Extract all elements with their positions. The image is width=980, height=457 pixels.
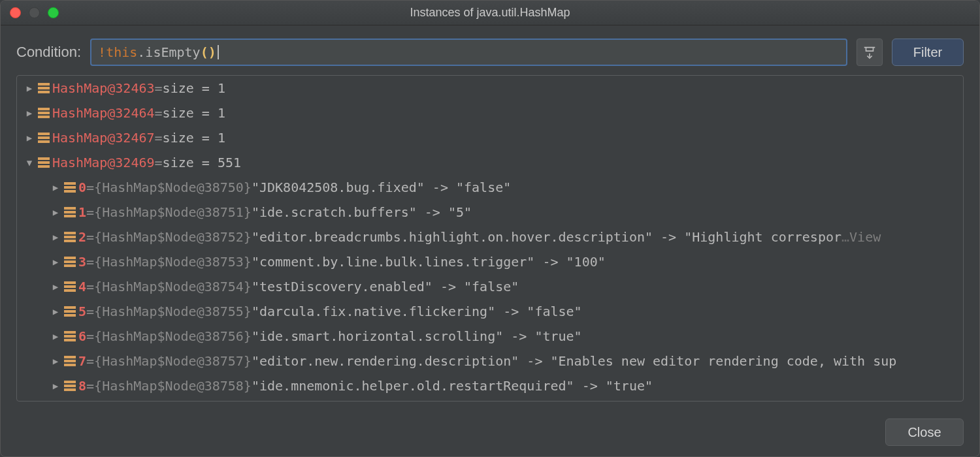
disclosure-arrow-icon[interactable]: ▶ (48, 306, 63, 317)
disclosure-arrow-icon[interactable]: ▶ (22, 83, 37, 93)
entry-value: "JDK8042508.bug.fixed" -> "false" (252, 180, 511, 195)
tree-child-row[interactable]: ▶0 = {HashMap$Node@38750} "JDK8042508.bu… (17, 175, 963, 200)
entry-value: "darcula.fix.native.flickering" -> "fals… (252, 304, 582, 319)
titlebar[interactable]: Instances of java.util.HashMap (1, 1, 979, 25)
entry-index: 6 (78, 328, 86, 344)
view-link[interactable]: View (849, 229, 881, 245)
disclosure-arrow-icon[interactable]: ▶ (48, 182, 63, 193)
instances-tree[interactable]: ▶HashMap@32463 = size = 1▶HashMap@32464 … (16, 75, 964, 402)
entry-type: {HashMap$Node@38754} (94, 279, 252, 294)
condition-label: Condition: (16, 44, 81, 61)
entry-type: {HashMap$Node@38757} (94, 353, 252, 369)
entry-value: "ide.scratch.buffers" -> "5" (252, 204, 472, 220)
footer: Close (1, 408, 979, 456)
close-button-label: Close (907, 425, 941, 440)
tree-child-row[interactable]: ▶2 = {HashMap$Node@38752} "editor.breadc… (17, 225, 963, 249)
object-icon (38, 133, 50, 143)
filter-button-label: Filter (913, 45, 942, 60)
tree-root-row[interactable]: ▶HashMap@32464 = size = 1 (17, 101, 963, 125)
tree-child-row[interactable]: ▶5 = {HashMap$Node@38755} "darcula.fix.n… (17, 299, 963, 324)
object-icon (64, 207, 76, 217)
object-icon (64, 281, 76, 292)
entry-type: {HashMap$Node@38756} (94, 328, 252, 344)
disclosure-arrow-icon[interactable]: ▶ (48, 381, 63, 391)
entry-type: {HashMap$Node@38752} (94, 229, 252, 245)
disclosure-arrow-icon[interactable]: ▶ (48, 331, 63, 341)
entry-value: "ide.smart.horizontal.scrolling" -> "tru… (252, 328, 582, 344)
entry-value: "testDiscovery.enabled" -> "false" (252, 279, 519, 294)
cond-token-op: ! (98, 44, 106, 60)
entry-value: "editor.breadcrumbs.highlight.on.hover.d… (252, 229, 841, 245)
object-icon (64, 331, 76, 341)
disclosure-arrow-icon[interactable]: ▶ (48, 356, 63, 366)
object-icon (38, 157, 50, 168)
tree-root-row[interactable]: ▶HashMap@32463 = size = 1 (17, 76, 963, 101)
tree-root-row[interactable]: ▶HashMap@32467 = size = 1 (17, 125, 963, 150)
cond-token-this: this (106, 44, 137, 60)
object-icon (38, 108, 50, 118)
tree-child-row[interactable]: ▶6 = {HashMap$Node@38756} "ide.smart.hor… (17, 324, 963, 349)
entry-type: {HashMap$Node@38755} (94, 304, 252, 319)
entry-index: 3 (78, 254, 86, 270)
disclosure-arrow-icon[interactable]: ▶ (48, 207, 63, 217)
equals: = (86, 180, 94, 195)
disclosure-arrow-icon[interactable]: ▶ (48, 232, 63, 242)
entry-index: 4 (78, 279, 86, 294)
entry-index: 7 (78, 353, 86, 369)
equals: = (86, 353, 94, 369)
cond-token-rparen: ) (208, 44, 216, 60)
entry-value: "editor.new.rendering.description" -> "E… (252, 353, 896, 369)
filter-button[interactable]: Filter (892, 39, 964, 66)
equals: = (86, 378, 94, 394)
object-icon (64, 306, 76, 317)
object-size: size = 551 (163, 155, 241, 170)
tree-root-row[interactable]: ▼HashMap@32469 = size = 551 (17, 150, 963, 175)
object-icon (64, 257, 76, 267)
tree-child-row[interactable]: ▶1 = {HashMap$Node@38751} "ide.scratch.b… (17, 200, 963, 225)
disclosure-arrow-icon[interactable]: ▶ (48, 257, 63, 267)
tree-child-row[interactable]: ▶4 = {HashMap$Node@38754} "testDiscovery… (17, 274, 963, 299)
equals: = (155, 105, 163, 121)
history-icon (862, 45, 877, 59)
entry-type: {HashMap$Node@38750} (94, 180, 252, 195)
cond-token-call: .isEmpty (137, 44, 200, 60)
equals: = (86, 279, 94, 294)
equals: = (86, 328, 94, 344)
disclosure-arrow-icon[interactable]: ▶ (22, 108, 37, 118)
object-icon (38, 83, 50, 93)
disclosure-arrow-icon[interactable]: ▶ (48, 281, 63, 292)
entry-type: {HashMap$Node@38753} (94, 254, 252, 270)
equals: = (155, 130, 163, 146)
condition-toolbar: Condition: ! this .isEmpty ( ) Filter (1, 25, 979, 75)
object-name: HashMap@32463 (52, 80, 155, 96)
object-icon (64, 182, 76, 193)
tree-child-row[interactable]: ▶7 = {HashMap$Node@38757} "editor.new.re… (17, 349, 963, 373)
entry-index: 0 (78, 180, 86, 195)
cond-token-lparen: ( (201, 44, 208, 60)
entry-index: 5 (78, 304, 86, 319)
entry-type: {HashMap$Node@38758} (94, 378, 252, 394)
tree-child-row[interactable]: ▶3 = {HashMap$Node@38753} "comment.by.li… (17, 249, 963, 274)
close-button[interactable]: Close (885, 418, 964, 446)
condition-input[interactable]: ! this .isEmpty ( ) (90, 39, 847, 66)
object-name: HashMap@32467 (52, 130, 155, 146)
object-size: size = 1 (163, 130, 225, 146)
entry-value: "ide.mnemonic.helper.old.restartRequired… (252, 378, 653, 394)
entry-value: "comment.by.line.bulk.lines.trigger" -> … (252, 254, 606, 270)
tree-child-row[interactable]: ▶8 = {HashMap$Node@38758} "ide.mnemonic.… (17, 373, 963, 398)
object-size: size = 1 (163, 80, 225, 96)
object-size: size = 1 (163, 105, 225, 121)
equals: = (86, 254, 94, 270)
text-caret (218, 45, 219, 59)
object-icon (64, 381, 76, 391)
object-icon (64, 356, 76, 366)
object-name: HashMap@32464 (52, 105, 155, 121)
object-name: HashMap@32469 (52, 155, 155, 170)
entry-type: {HashMap$Node@38751} (94, 204, 252, 220)
equals: = (86, 204, 94, 220)
disclosure-arrow-icon[interactable]: ▼ (22, 157, 37, 168)
equals: = (86, 304, 94, 319)
disclosure-arrow-icon[interactable]: ▶ (22, 133, 37, 143)
history-dropdown-button[interactable] (857, 39, 883, 66)
entry-index: 8 (78, 378, 86, 394)
